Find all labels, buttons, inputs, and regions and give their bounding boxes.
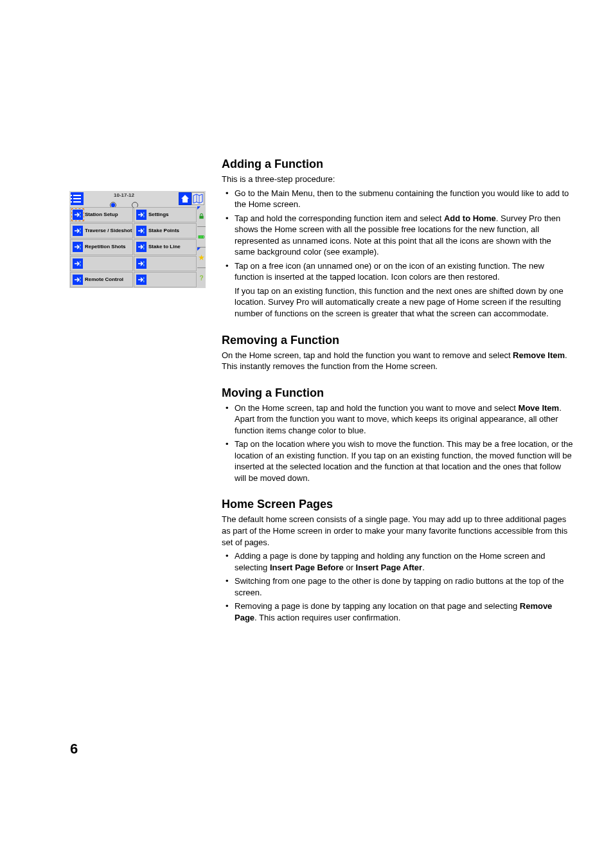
main-content: Adding a Function This is a three-step p…	[222, 158, 573, 626]
fn-empty-8	[134, 256, 197, 271]
side-battery-icon	[197, 226, 206, 247]
home-screen-example: 10-17-12 Station Setup Settings	[69, 191, 206, 288]
svg-rect-17	[80, 280, 81, 282]
svg-rect-25	[202, 236, 203, 238]
svg-rect-12	[80, 261, 81, 263]
pages-b3: Removing a page is done by tapping any l…	[222, 601, 573, 623]
heading-removing: Removing a Function	[222, 334, 573, 347]
svg-rect-6	[143, 228, 145, 230]
svg-rect-2	[143, 212, 145, 214]
svg-rect-5	[80, 231, 81, 233]
arrow-icon	[136, 210, 147, 220]
fn-traverse: Traverse / Sideshot	[70, 223, 133, 239]
mock-header: 10-17-12	[69, 191, 206, 206]
fn-settings: Settings	[134, 207, 197, 222]
adding-list: Go to the Main Menu, then to the submenu…	[222, 188, 573, 320]
pages-list: Adding a page is done by tapping and hol…	[222, 550, 573, 623]
pages-b2: Switching from one page to the other is …	[222, 575, 573, 598]
mock-grid: Station Setup Settings Traverse / Sidesh…	[69, 206, 197, 288]
pages-p1: The default home screen consists of a si…	[222, 514, 573, 548]
arrow-icon	[136, 242, 147, 252]
fn-stake-points: Stake Points	[134, 223, 197, 239]
svg-rect-9	[80, 248, 81, 249]
map-icon	[191, 192, 204, 205]
svg-rect-11	[143, 248, 145, 249]
arrow-icon	[73, 275, 83, 285]
home-icon	[179, 192, 191, 205]
svg-rect-15	[143, 264, 145, 266]
fn-empty-7	[70, 256, 133, 271]
pages-b1: Adding a page is done by tapping and hol…	[222, 550, 573, 573]
removing-p: On the Home screen, tap and hold the fun…	[222, 350, 573, 372]
side-lock-icon	[197, 206, 206, 226]
svg-rect-10	[143, 244, 145, 246]
moving-b2: Tap on the location where you wish to mo…	[222, 439, 573, 484]
heading-adding: Adding a Function	[222, 158, 573, 171]
adding-intro: This is a three-step procedure:	[222, 174, 573, 185]
svg-rect-22	[204, 237, 204, 238]
arrow-icon	[136, 258, 147, 269]
svg-rect-4	[80, 228, 81, 230]
svg-rect-20	[199, 216, 203, 219]
arrow-icon	[73, 258, 83, 269]
arrow-icon	[73, 242, 83, 252]
fn-repetition: Repetition Shots	[70, 239, 133, 255]
fn-empty-10	[134, 272, 197, 287]
arrow-icon	[136, 226, 147, 236]
fn-remote: Remote Control	[70, 272, 133, 287]
svg-rect-1	[80, 215, 81, 217]
svg-rect-14	[143, 261, 145, 263]
heading-pages: Home Screen Pages	[222, 498, 573, 511]
side-star-icon	[197, 247, 206, 267]
svg-rect-19	[143, 280, 145, 282]
adding-b3: Tap on a free icon (an unnamed one) or o…	[222, 260, 573, 320]
adding-b1: Go to the Main Menu, then to the submenu…	[222, 188, 573, 210]
arrow-icon	[73, 226, 83, 236]
svg-text:?: ?	[199, 275, 203, 282]
svg-rect-13	[80, 264, 81, 266]
svg-rect-0	[80, 212, 81, 214]
arrow-icon	[136, 275, 147, 285]
svg-rect-24	[200, 236, 202, 238]
svg-rect-23	[199, 236, 200, 238]
heading-moving: Moving a Function	[222, 386, 573, 400]
svg-rect-8	[80, 244, 81, 246]
svg-rect-18	[143, 277, 145, 279]
arrow-icon	[73, 210, 83, 220]
svg-rect-7	[143, 231, 145, 233]
moving-list: On the Home screen, tap and hold the fun…	[222, 402, 573, 484]
page-number: 6	[70, 741, 78, 757]
mock-date: 10-17-12	[69, 192, 179, 198]
adding-b2: Tap and hold the corresponding function …	[222, 213, 573, 258]
moving-b1: On the Home screen, tap and hold the fun…	[222, 402, 573, 437]
svg-rect-16	[80, 277, 81, 279]
svg-rect-3	[143, 215, 145, 217]
mock-sidebar: ?	[197, 206, 206, 288]
fn-stake-line: Stake to Line	[134, 239, 197, 255]
fn-station-setup: Station Setup	[70, 207, 133, 222]
side-help-icon: ?	[197, 267, 206, 288]
